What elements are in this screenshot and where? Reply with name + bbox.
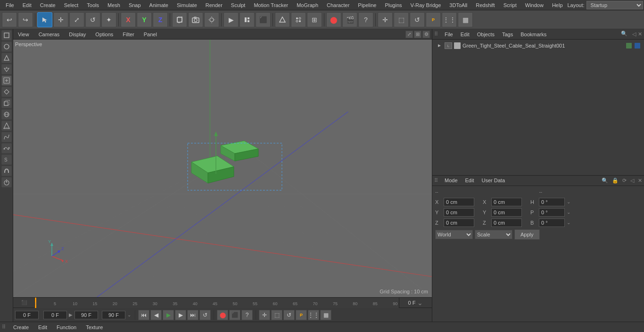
obj-item-cable[interactable]: L Green_Tight_Steel_Cable_Seal_Straight0… — [434, 41, 642, 50]
transform-rotate2-button[interactable]: ↺ — [283, 310, 295, 320]
menu-mograph[interactable]: MoGraph — [293, 1, 322, 9]
render-queue-button[interactable]: ⬛ — [256, 12, 271, 27]
menu-window[interactable]: Window — [521, 1, 547, 9]
help-button[interactable]: ? — [241, 310, 253, 320]
vp-menu-display[interactable]: Display — [66, 31, 89, 38]
menu-3dtoall[interactable]: 3DToAll — [446, 1, 471, 9]
menu-character[interactable]: Character — [323, 1, 353, 9]
step-back-button[interactable]: ◀ — [150, 310, 162, 320]
coord-b-input[interactable] — [539, 219, 565, 227]
transform-box-button[interactable]: ⬚ — [271, 310, 282, 320]
sidebar-btn-cone[interactable] — [1, 121, 12, 131]
menu-edit[interactable]: Edit — [19, 1, 35, 9]
obj-menu-objects[interactable]: Objects — [474, 31, 497, 38]
transform-tool-button[interactable]: ✦ — [101, 12, 116, 27]
coord-y-pos-input[interactable] — [444, 208, 474, 217]
start-frame-input[interactable] — [15, 311, 39, 319]
sidebar-btn-1[interactable] — [1, 30, 12, 40]
obj-menu-tags[interactable]: Tags — [499, 31, 516, 38]
vp-expand-icon[interactable]: ⤢ — [405, 31, 413, 38]
menu-vray[interactable]: V-Ray Bridge — [407, 1, 445, 9]
snap-settings-button[interactable] — [291, 12, 306, 27]
menu-mesh[interactable]: Mesh — [104, 1, 124, 9]
coord-h-input[interactable] — [539, 198, 565, 206]
axis-z-button[interactable]: Z — [153, 12, 168, 27]
loop-button[interactable]: ↺ — [199, 310, 211, 320]
menu-sculpt[interactable]: Sculpt — [227, 1, 249, 9]
record-button[interactable]: ⬤ — [326, 12, 341, 27]
undo-button[interactable]: ↩ — [2, 12, 17, 27]
vp-menu-cameras[interactable]: Cameras — [36, 31, 63, 38]
sidebar-btn-magnet[interactable] — [1, 166, 12, 176]
current-frame-input[interactable] — [43, 311, 67, 319]
vp-layout-icon[interactable]: ⊞ — [414, 31, 421, 38]
sidebar-btn-2[interactable] — [1, 41, 12, 52]
box-select-button[interactable]: ⬚ — [394, 12, 409, 27]
sidebar-btn-deformer[interactable]: S — [1, 154, 12, 165]
question-button[interactable]: ? — [358, 12, 373, 27]
sidebar-btn-5[interactable] — [1, 75, 12, 86]
mat-menu-texture[interactable]: Texture — [83, 324, 106, 331]
sidebar-btn-sphere[interactable] — [1, 109, 12, 120]
attr-search-icon[interactable]: 🔍 — [602, 178, 608, 184]
scale-tool-button[interactable]: ⤢ — [69, 12, 84, 27]
transform2-button[interactable]: ✛ — [378, 12, 393, 27]
menu-redshift[interactable]: Redshift — [472, 1, 498, 9]
mat-menu-create[interactable]: Create — [10, 324, 32, 331]
sidebar-btn-cube[interactable] — [1, 98, 12, 108]
obj-menu-bookmarks[interactable]: Bookmarks — [518, 31, 549, 38]
sidebar-btn-paint[interactable] — [1, 177, 12, 187]
vp-menu-options[interactable]: Options — [92, 31, 116, 38]
menu-motion-tracker[interactable]: Motion Tracker — [250, 1, 292, 9]
sidebar-btn-6[interactable] — [1, 87, 12, 97]
sidebar-btn-spline[interactable] — [1, 143, 12, 154]
render-region2-button[interactable]: ▦ — [320, 310, 331, 320]
play-forward-button[interactable]: ▶ — [163, 310, 174, 320]
apply-button[interactable]: Apply — [514, 229, 540, 240]
coord-z-size-input[interactable] — [491, 219, 522, 227]
coord-x-pos-input[interactable] — [444, 198, 474, 206]
vp-menu-panel[interactable]: Panel — [141, 31, 160, 38]
attr-history-icon[interactable]: ⟳ — [622, 178, 627, 184]
menu-snap[interactable]: Snap — [125, 1, 145, 9]
mat-menu-edit[interactable]: Edit — [35, 324, 50, 331]
camera-tool-button[interactable] — [188, 12, 203, 27]
menu-select[interactable]: Select — [60, 1, 83, 9]
obj-menu-edit[interactable]: Edit — [458, 31, 472, 38]
record-stop-button[interactable]: ⬛ — [229, 310, 240, 320]
attr-expand-icon[interactable]: ◁ — [630, 178, 634, 184]
psr-button[interactable]: P — [426, 12, 441, 27]
menu-plugins[interactable]: Plugins — [381, 1, 405, 9]
sidebar-btn-3[interactable] — [1, 53, 12, 63]
max-frame-input[interactable] — [102, 311, 125, 319]
menu-tools[interactable]: Tools — [83, 1, 103, 9]
attr-menu-mode[interactable]: Mode — [442, 177, 461, 184]
move-tool-button[interactable]: ✛ — [53, 12, 68, 27]
cube-tool-button[interactable] — [172, 12, 187, 27]
menu-help[interactable]: Help — [548, 1, 567, 9]
attr-menu-userdata[interactable]: User Data — [479, 177, 508, 184]
dots2-button[interactable]: ⋮⋮ — [308, 310, 319, 320]
coord-b-expand-icon[interactable]: ⌄ — [567, 220, 570, 225]
menu-script[interactable]: Script — [500, 1, 520, 9]
obj-menu-file[interactable]: File — [442, 31, 456, 38]
vp-menu-view[interactable]: View — [15, 31, 32, 38]
world-dropdown[interactable]: World Object Screen — [435, 230, 473, 239]
axis-y-button[interactable]: Y — [137, 12, 152, 27]
menu-create[interactable]: Create — [36, 1, 59, 9]
coord-p-expand-icon[interactable]: ⌄ — [567, 210, 570, 215]
menu-simulate[interactable]: Simulate — [173, 1, 201, 9]
scale-dropdown[interactable]: Scale Size — [475, 230, 512, 239]
obj-close-icon[interactable]: ✕ — [638, 31, 642, 37]
menu-animate[interactable]: Animate — [146, 1, 172, 9]
transform-move-button[interactable]: ✛ — [259, 310, 270, 320]
menu-pipeline[interactable]: Pipeline — [354, 1, 380, 9]
render-settings-button[interactable] — [239, 12, 255, 27]
step-forward-button[interactable]: ▶ — [175, 310, 186, 320]
redo-button[interactable]: ↪ — [18, 12, 33, 27]
layout-dropdown[interactable]: Startup — [586, 1, 643, 9]
menu-render[interactable]: Render — [202, 1, 226, 9]
coord-h-expand-icon[interactable]: ⌄ — [567, 199, 570, 204]
sidebar-btn-nurbs[interactable] — [1, 132, 12, 142]
snap-enable-button[interactable] — [275, 12, 290, 27]
